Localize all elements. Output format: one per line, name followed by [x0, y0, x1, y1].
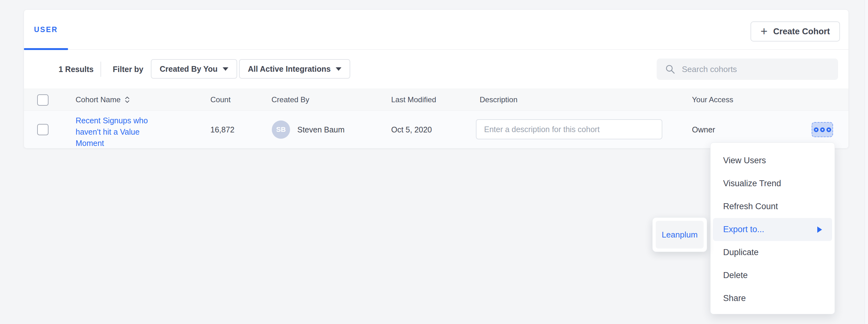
menu-item-share[interactable]: Share	[711, 287, 835, 310]
submenu-arrow-icon	[817, 226, 822, 233]
row-actions-button[interactable]	[812, 122, 833, 137]
cohort-count: 16,872	[210, 111, 234, 148]
created-by-cell: SB Steven Baum	[272, 111, 345, 148]
cohorts-panel: USER + Create Cohort 1 Results Filter by…	[24, 9, 849, 148]
sort-icon	[124, 96, 130, 104]
column-header-cohort-name[interactable]: Cohort Name	[75, 89, 130, 110]
dot-icon	[820, 128, 825, 132]
tab-bar: USER + Create Cohort	[24, 10, 848, 50]
column-header-your-access: Your Access	[692, 89, 733, 110]
row-checkbox[interactable]	[37, 124, 49, 135]
search-box	[657, 59, 838, 80]
column-header-description: Description	[480, 89, 518, 110]
plus-icon: +	[761, 25, 768, 37]
cohort-name-link[interactable]: Recent Signups who haven't hit a Value M…	[75, 115, 164, 148]
filter-by-label: Filter by	[113, 50, 143, 89]
column-header-count: Count	[210, 89, 230, 110]
column-header-last-modified: Last Modified	[391, 89, 436, 110]
dot-icon	[827, 128, 831, 132]
menu-item-refresh-count[interactable]: Refresh Count	[711, 195, 835, 218]
menu-item-view-users[interactable]: View Users	[711, 149, 835, 172]
create-cohort-label: Create Cohort	[773, 27, 830, 36]
page-scrollbar[interactable]	[865, 0, 868, 324]
select-all-checkbox[interactable]	[37, 94, 49, 106]
description-input[interactable]	[476, 119, 662, 139]
menu-item-duplicate[interactable]: Duplicate	[711, 241, 835, 264]
search-input[interactable]	[682, 59, 838, 80]
avatar: SB	[272, 120, 290, 139]
tab-user-label: USER	[34, 26, 58, 34]
last-modified-cell: Oct 5, 2020	[391, 111, 432, 148]
menu-item-delete[interactable]: Delete	[711, 264, 835, 287]
menu-item-visualize-trend[interactable]: Visualize Trend	[711, 172, 835, 195]
create-cohort-button[interactable]: + Create Cohort	[750, 22, 840, 41]
integrations-dropdown-label: All Active Integrations	[248, 65, 331, 74]
chevron-down-icon	[223, 67, 228, 71]
search-icon	[665, 64, 676, 75]
results-count: 1 Results	[59, 50, 94, 89]
tab-user[interactable]: USER	[24, 10, 68, 49]
export-submenu: Leanplum	[652, 217, 707, 252]
table-header: Cohort Name Count Created By Last Modifi…	[24, 89, 848, 111]
integrations-dropdown[interactable]: All Active Integrations	[239, 59, 350, 79]
dot-icon	[814, 128, 818, 132]
created-by-dropdown-label: Created By You	[160, 65, 218, 74]
divider	[100, 62, 101, 77]
created-by-name: Steven Baum	[297, 125, 345, 134]
chevron-down-icon	[336, 67, 341, 71]
filter-bar: 1 Results Filter by Created By You All A…	[24, 50, 848, 89]
menu-item-export-to-label: Export to...	[723, 225, 764, 235]
created-by-dropdown[interactable]: Created By You	[151, 59, 237, 79]
column-header-cohort-name-label: Cohort Name	[75, 95, 121, 104]
row-actions-menu: View Users Visualize Trend Refresh Count…	[710, 143, 835, 314]
column-header-created-by: Created By	[272, 89, 309, 110]
submenu-item-leanplum[interactable]: Leanplum	[656, 221, 704, 249]
menu-item-export-to[interactable]: Export to...	[713, 218, 832, 241]
